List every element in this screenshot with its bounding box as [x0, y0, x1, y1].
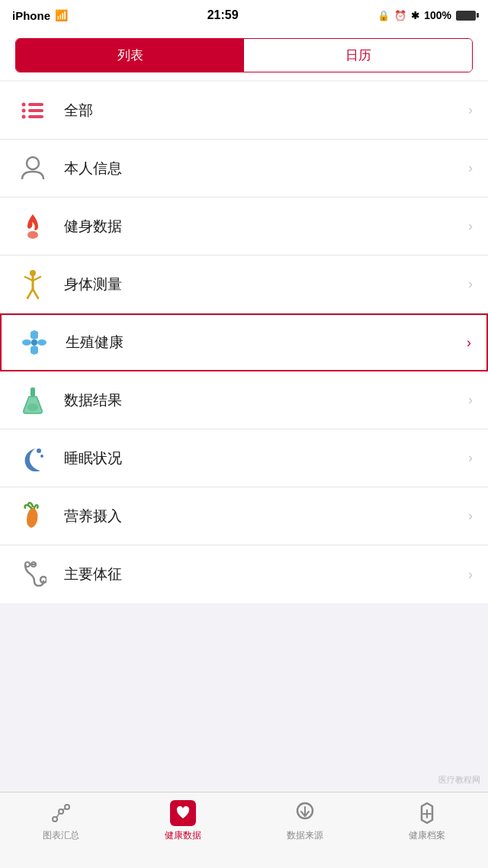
svg-point-25 [37, 448, 41, 453]
list-nutrition-label: 营养摄入 [64, 506, 462, 526]
list-all-icon-wrap [15, 93, 50, 128]
chart-icon [49, 801, 73, 825]
spacer-2 [0, 628, 488, 652]
status-right: 🔒 ⏰ ✱ 100% [377, 9, 476, 21]
carrot-icon-wrap [15, 499, 50, 534]
status-left: iPhone 📶 [12, 9, 68, 22]
fire-icon-wrap [15, 209, 50, 244]
tab-bar: 图表汇总 健康数据 数据来源 [0, 792, 488, 868]
list-item-all[interactable]: 全部 › [0, 82, 488, 140]
carrot-icon [19, 502, 47, 531]
list-sleep-label: 睡眠状况 [64, 448, 462, 468]
bluetooth-icon: ✱ [411, 10, 419, 21]
chevron-sleep: › [468, 450, 473, 466]
tab-item-medical[interactable]: 健康档案 [366, 800, 488, 842]
svg-line-34 [56, 813, 59, 818]
list-personal-label: 本人信息 [64, 159, 462, 178]
svg-point-0 [22, 102, 26, 106]
list-item-reproductive[interactable]: 生殖健康 › [0, 313, 488, 371]
svg-point-26 [40, 455, 43, 458]
chevron-body: › [468, 276, 473, 292]
person-icon [19, 155, 47, 182]
svg-rect-23 [30, 387, 35, 397]
person-icon-wrap [15, 151, 50, 186]
segment-wrapper: 列表 日历 [15, 38, 473, 72]
list-body-label: 身体测量 [64, 275, 462, 294]
snowflake-icon-wrap [17, 325, 52, 360]
chevron-results: › [468, 392, 473, 408]
chevron-reproductive: › [467, 335, 471, 351]
wifi-icon: 📶 [55, 9, 68, 21]
spacer-1 [0, 603, 488, 628]
svg-line-13 [33, 289, 38, 298]
chevron-nutrition: › [468, 508, 473, 524]
lock-icon: 🔒 [377, 10, 390, 21]
svg-line-35 [63, 809, 66, 810]
tab-medical-label: 健康档案 [409, 829, 445, 842]
status-time: 21:59 [207, 8, 239, 22]
tab-health-label: 健康数据 [165, 829, 201, 842]
svg-point-22 [31, 339, 37, 346]
list-item-results[interactable]: 数据结果 › [0, 371, 488, 429]
status-bar: iPhone 📶 21:59 🔒 ⏰ ✱ 100% [0, 0, 488, 31]
moon-icon [21, 445, 45, 471]
carrier-label: iPhone [12, 9, 50, 22]
segment-calendar-tab[interactable]: 日历 [244, 39, 472, 72]
chevron-all: › [468, 102, 473, 118]
snowflake-icon [21, 329, 48, 356]
tab-medical-icon [414, 800, 440, 826]
tab-chart-icon [48, 800, 74, 826]
stethoscope-icon [19, 560, 47, 589]
segment-control: 列表 日历 [0, 31, 488, 80]
chevron-fitness: › [468, 218, 473, 234]
segment-list-tab[interactable]: 列表 [16, 39, 244, 72]
svg-point-24 [27, 403, 38, 411]
tab-source-label: 数据来源 [287, 829, 323, 842]
fire-icon [21, 213, 44, 240]
svg-rect-5 [28, 115, 43, 118]
list-item-vitals[interactable]: 主要体征 › [0, 545, 488, 603]
chevron-personal: › [468, 160, 473, 176]
figure-icon-wrap [15, 267, 50, 302]
svg-point-7 [27, 231, 38, 239]
list-fitness-label: 健身数据 [64, 217, 462, 236]
tab-charts-label: 图表汇总 [43, 829, 79, 842]
svg-point-6 [27, 157, 39, 169]
spacer-3 [0, 652, 488, 677]
list-item-sleep[interactable]: 睡眠状况 › [0, 429, 488, 487]
watermark: 医疗教程网 [438, 774, 480, 786]
flask-icon-wrap [15, 383, 50, 418]
list-all-label: 全部 [64, 101, 462, 121]
svg-point-17 [37, 339, 47, 346]
svg-rect-1 [28, 103, 43, 106]
flask-icon [21, 386, 44, 415]
tab-source-icon [292, 800, 318, 826]
heart-icon-active [170, 800, 196, 826]
list-item-fitness[interactable]: 健身数据 › [0, 198, 488, 256]
figure-icon [21, 269, 45, 300]
battery-percent: 100% [424, 9, 451, 21]
list-item-nutrition[interactable]: 营养摄入 › [0, 487, 488, 545]
svg-point-2 [22, 108, 26, 112]
heart-svg [175, 806, 191, 820]
tab-health-icon [170, 800, 196, 826]
list-item-body[interactable]: 身体测量 › [0, 256, 488, 313]
list-icon [20, 100, 46, 121]
svg-point-16 [22, 339, 31, 346]
tab-item-source[interactable]: 数据来源 [244, 800, 366, 842]
list-vitals-label: 主要体征 [64, 564, 462, 584]
svg-point-29 [25, 562, 30, 567]
tab-item-charts[interactable]: 图表汇总 [0, 800, 122, 842]
moon-icon-wrap [15, 441, 50, 476]
svg-line-12 [27, 289, 33, 298]
alarm-icon: ⏰ [394, 10, 406, 21]
svg-point-27 [40, 577, 47, 583]
list-item-personal[interactable]: 本人信息 › [0, 140, 488, 198]
list-container: 全部 › 本人信息 › 健身数据 › [0, 82, 488, 603]
battery-icon [456, 11, 476, 21]
chevron-vitals: › [468, 567, 473, 583]
medical-icon [416, 801, 438, 825]
svg-point-4 [22, 114, 26, 118]
tab-item-health[interactable]: 健康数据 [122, 800, 244, 842]
download-icon [294, 801, 316, 825]
